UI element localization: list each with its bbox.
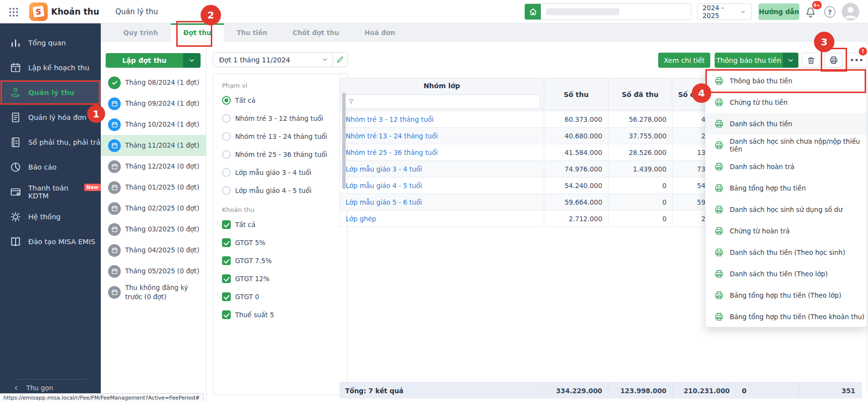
scope-option-label: Nhóm trẻ 25 - 36 tháng tuổi: [235, 151, 327, 158]
app-grid-icon[interactable]: [8, 6, 19, 18]
cell-so-da-thu: 56.278.000: [609, 111, 673, 127]
month-item[interactable]: Tháng 01/2025 (0 đợt): [101, 177, 206, 198]
scope-radio-option[interactable]: Nhóm trẻ 13 - 24 tháng tuổi: [222, 127, 347, 145]
tab[interactable]: Quy trình: [111, 23, 171, 41]
tab[interactable]: Hoá đơn: [352, 23, 408, 41]
month-item-label: Tháng 03/2025 (0 đợt): [125, 225, 199, 233]
col-header-group[interactable]: Nhóm lớp: [339, 78, 544, 93]
print-menu-item[interactable]: Danh sách thu tiền (Theo lớp): [705, 263, 867, 285]
class-group-link[interactable]: Nhóm trẻ 3 - 12 tháng tuổi: [339, 111, 544, 127]
month-item[interactable]: Tháng 03/2025 (0 đợt): [101, 219, 206, 240]
print-menu-item[interactable]: Danh sách thu tiền (Theo học sinh): [705, 242, 867, 263]
col-header-so-da-thu[interactable]: Số đã thu: [608, 78, 672, 111]
print-menu-item[interactable]: Danh sách học sinh sử dụng số dư: [705, 199, 867, 220]
sidebar-item[interactable]: Quản lý thu: [0, 80, 101, 105]
collapse-sidebar-button[interactable]: Thu gọn: [13, 384, 53, 392]
print-menu-item[interactable]: Bảng tổng hợp thu tiền (Theo khoản thu): [705, 306, 867, 327]
print-menu-item[interactable]: Danh sách học sinh chưa nộp/nộp thiếu ti…: [705, 134, 867, 156]
tab-label: Đợt thu: [184, 29, 211, 37]
class-group-link[interactable]: Nhóm trẻ 13 - 24 tháng tuổi: [339, 128, 544, 144]
period-select[interactable]: Đợt 1 tháng 11/2024: [213, 52, 348, 67]
delete-button[interactable]: [802, 53, 820, 68]
sidebar-item[interactable]: Hệ thống: [0, 204, 101, 229]
pencil-icon: [336, 56, 344, 64]
notify-dropdown-toggle[interactable]: [783, 53, 798, 68]
month-item[interactable]: Tháng 10/2024 (1 đợt): [101, 114, 206, 135]
tab-label: Thu tiền: [237, 29, 267, 37]
fee-checkbox-option[interactable]: GTGT 12%: [222, 269, 347, 287]
sidebar-item-icon: [10, 136, 21, 148]
sidebar-item[interactable]: Tổng quan: [0, 30, 101, 55]
month-item-label: Tháng 05/2025 (0 đợt): [125, 267, 199, 275]
print-menu-item[interactable]: Bảng tổng hợp thu tiền (Theo lớp): [705, 285, 867, 306]
tab[interactable]: Thu tiền: [224, 23, 280, 41]
class-group-link[interactable]: Nhóm trẻ 25 - 36 tháng tuổi: [339, 144, 544, 160]
scope-option-label: Nhóm trẻ 3 - 12 tháng tuổi: [235, 115, 323, 122]
checkbox-icon: [222, 256, 231, 265]
month-item[interactable]: Tháng 11/2024 (1 đợt): [101, 135, 206, 156]
sidebar-item-icon: [10, 62, 21, 74]
class-group-link[interactable]: Lớp ghép: [339, 211, 544, 227]
print-button[interactable]: [824, 53, 843, 68]
print-menu-item[interactable]: Thông báo thu tiền: [705, 70, 867, 92]
print-menu-item[interactable]: Danh sách hoàn trả: [705, 156, 867, 177]
month-item[interactable]: Tháng 02/2025 (0 đợt): [101, 198, 206, 219]
sidebar-item[interactable]: Sổ phải thu, phải trả: [0, 130, 101, 154]
fee-checkbox-option[interactable]: Tất cả: [222, 215, 347, 233]
school-year-select[interactable]: 2024 - 2025: [697, 3, 752, 20]
fee-checkbox-option[interactable]: GTGT 0: [222, 287, 347, 306]
radio-icon: [222, 96, 231, 105]
view-detail-button[interactable]: Xem chi tiết: [658, 53, 710, 68]
help-question-icon[interactable]: ?: [824, 6, 835, 18]
month-item[interactable]: Tháng 08/2024 (1 đợt): [101, 72, 206, 93]
sidebar-item[interactable]: Đào tạo MISA EMIS: [0, 229, 101, 254]
sidebar-item[interactable]: Thanh toán KDTM New: [0, 179, 101, 204]
month-item[interactable]: Tháng 12/2024 (0 đợt): [101, 156, 206, 177]
class-group-link[interactable]: Lớp mẫu giáo 5 - 6 tuổi: [339, 194, 544, 210]
print-menu-item-label: Danh sách hoàn trả: [730, 163, 794, 171]
sidebar-item-label: Hệ thống: [28, 213, 61, 221]
print-menu-item[interactable]: Chứng từ hoàn trả: [705, 220, 867, 242]
create-period-dropdown[interactable]: [183, 53, 201, 68]
scope-radio-option[interactable]: Lớp mẫu giáo 3 - 4 tuổi: [222, 163, 347, 181]
sidebar-nav: Tổng quan Lập kế hoạch thu Quản lý thu Q…: [0, 23, 101, 402]
help-guide-button[interactable]: Hướng dẫn: [758, 3, 799, 20]
print-menu-item-label: Bảng tổng hợp thu tiền (Theo khoản thu): [730, 313, 865, 321]
print-menu-item[interactable]: Danh sách thu tiền: [705, 113, 867, 134]
sidebar-item[interactable]: Lập kế hoạch thu: [0, 55, 101, 80]
col-header-so-thu[interactable]: Số thu: [544, 78, 609, 111]
notify-collection-button[interactable]: Thông báo thu tiền: [715, 53, 798, 68]
logo-letter: S: [29, 2, 48, 21]
scope-radio-option[interactable]: Tất cả: [222, 91, 347, 109]
month-item[interactable]: Tháng 04/2025 (0 đợt): [101, 240, 206, 261]
khoan-thu-app-logo[interactable]: S: [29, 2, 48, 21]
scope-radio-option[interactable]: Nhóm trẻ 25 - 36 tháng tuổi: [222, 145, 347, 163]
fee-checkbox-option[interactable]: GTGT 5%: [222, 233, 347, 251]
cell-so-thu: 54.240.000: [544, 177, 609, 193]
class-group-link[interactable]: Lớp mẫu giáo 4 - 5 tuổi: [339, 177, 544, 193]
sidebar-item[interactable]: Quản lý hóa đơn: [0, 105, 101, 130]
fee-checkbox-option[interactable]: GTGT 7.5%: [222, 251, 347, 269]
scope-radio-option[interactable]: Nhóm trẻ 3 - 12 tháng tuổi: [222, 109, 347, 127]
print-menu-item-label: Danh sách học sinh chưa nộp/nộp thiếu ti…: [730, 137, 867, 153]
table-footer: Tổng: 7 kết quả 334.229.000 123.998.000 …: [339, 382, 862, 399]
edit-period-button[interactable]: [332, 53, 347, 67]
funnel-icon: [348, 98, 355, 105]
tab[interactable]: Đợt thu: [171, 23, 224, 41]
group-filter-input[interactable]: [343, 95, 540, 109]
print-menu-item[interactable]: Chứng từ thu tiền: [705, 92, 867, 113]
fee-checkbox-option[interactable]: Thuế suất 5: [222, 306, 347, 324]
month-item[interactable]: Tháng 05/2025 (0 đợt): [101, 261, 206, 282]
sidebar-item[interactable]: Báo cáo: [0, 154, 101, 179]
month-item[interactable]: Thu không đăng ký trước (0 đợt): [101, 282, 206, 303]
tab[interactable]: Chốt đợt thu: [280, 23, 352, 41]
filter-scrollbar-thumb[interactable]: [342, 93, 346, 189]
print-menu-item[interactable]: Bảng tổng hợp thu tiền: [705, 177, 867, 199]
month-item[interactable]: Tháng 09/2024 (1 đợt): [101, 93, 206, 114]
scope-radio-option[interactable]: Lớp mẫu giáo 4 - 5 tuổi: [222, 181, 347, 199]
school-name-redacted: [546, 8, 619, 15]
create-period-button[interactable]: Lập đợt thu: [106, 53, 201, 68]
school-selector[interactable]: [524, 3, 691, 20]
user-avatar[interactable]: [842, 3, 859, 20]
class-group-link[interactable]: Lớp mẫu giáo 3 - 4 tuổi: [339, 161, 544, 177]
